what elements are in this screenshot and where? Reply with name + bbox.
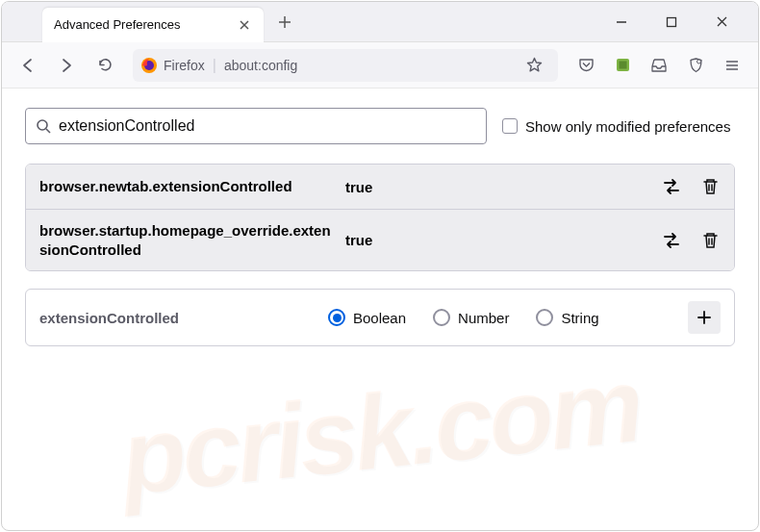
tab-title: Advanced Preferences (54, 17, 237, 32)
radio-icon (328, 309, 345, 326)
pref-name: browser.startup.homepage_override.extens… (39, 221, 338, 259)
toggle-icon[interactable] (661, 230, 682, 251)
reload-button[interactable] (89, 49, 121, 82)
minimize-button[interactable] (600, 5, 643, 39)
pref-table: browser.newtab.extensionControlled true … (25, 164, 735, 271)
watermark: pcrisk.com (114, 342, 645, 519)
pref-name: browser.newtab.extensionControlled (39, 177, 338, 196)
type-radio-group: Boolean Number String (328, 309, 688, 326)
pref-row[interactable]: browser.newtab.extensionControlled true (26, 165, 734, 210)
shield-icon[interactable] (679, 49, 712, 82)
pref-actions (661, 230, 721, 251)
inbox-icon[interactable] (643, 49, 675, 82)
toggle-icon[interactable] (661, 176, 682, 197)
close-window-button[interactable] (700, 5, 743, 39)
content-area: Show only modified preferences browser.n… (2, 89, 758, 530)
radio-icon (536, 309, 553, 326)
delete-icon[interactable] (699, 176, 721, 197)
maximize-button[interactable] (650, 5, 693, 39)
window-controls (600, 5, 750, 39)
titlebar: Advanced Preferences (2, 2, 758, 42)
identity-box[interactable]: Firefox (140, 57, 205, 74)
menu-icon[interactable] (716, 49, 748, 82)
search-box[interactable] (25, 108, 487, 144)
bookmark-star-icon[interactable] (518, 49, 550, 82)
delete-icon[interactable] (699, 230, 721, 251)
new-pref-row: extensionControlled Boolean Number Strin… (25, 289, 735, 346)
firefox-icon (140, 57, 158, 74)
pocket-icon[interactable] (570, 49, 602, 82)
close-tab-icon[interactable] (237, 17, 252, 33)
svg-rect-0 (668, 17, 676, 26)
window-frame: Advanced Preferences (1, 1, 759, 531)
radio-label: String (561, 310, 598, 326)
browser-tab[interactable]: Advanced Preferences (42, 8, 264, 42)
add-pref-button[interactable] (688, 301, 721, 334)
pref-actions (661, 176, 721, 197)
pref-value: true (338, 232, 661, 248)
url-text: about:config (224, 58, 510, 73)
back-button[interactable] (12, 49, 44, 82)
extension-icon[interactable] (606, 49, 639, 82)
svg-point-5 (697, 60, 700, 63)
radio-boolean[interactable]: Boolean (328, 309, 406, 326)
forward-button[interactable] (50, 49, 83, 82)
search-input[interactable] (59, 117, 476, 135)
radio-icon (433, 309, 450, 326)
toolbar-icons (570, 49, 748, 82)
new-tab-button[interactable] (269, 7, 300, 38)
show-modified-label: Show only modified preferences (525, 118, 730, 135)
svg-point-6 (38, 120, 47, 130)
search-row: Show only modified preferences (25, 108, 735, 144)
radio-label: Number (458, 310, 509, 326)
show-modified-checkbox[interactable] (502, 118, 518, 134)
pref-value: true (338, 179, 661, 195)
pref-row[interactable]: browser.startup.homepage_override.extens… (26, 210, 734, 270)
new-pref-name: extensionControlled (39, 310, 328, 326)
radio-label: Boolean (353, 310, 406, 326)
url-bar[interactable]: Firefox | about:config (133, 49, 558, 82)
identity-label: Firefox (164, 58, 205, 73)
navbar: Firefox | about:config (2, 42, 758, 89)
svg-rect-4 (619, 62, 626, 69)
show-modified-checkbox-row[interactable]: Show only modified preferences (502, 118, 730, 135)
radio-number[interactable]: Number (433, 309, 509, 326)
radio-string[interactable]: String (536, 309, 598, 326)
search-icon (36, 118, 51, 134)
